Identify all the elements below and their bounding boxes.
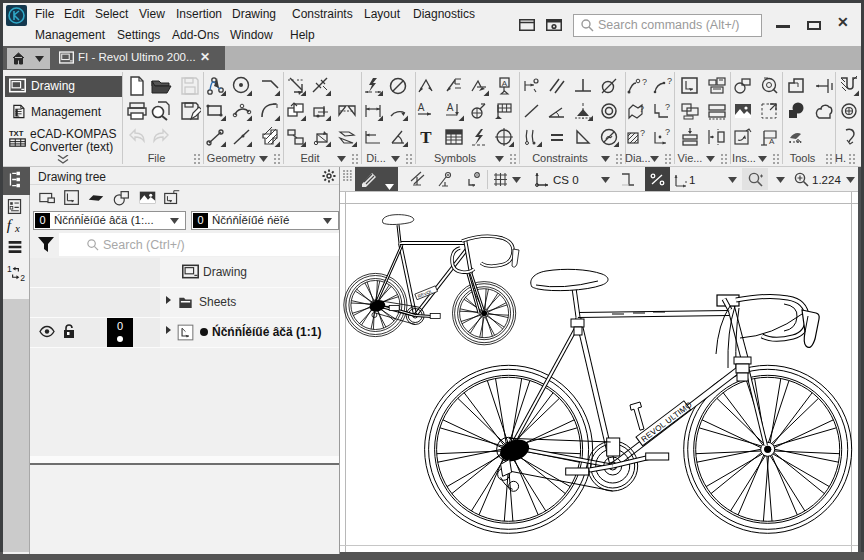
svg-text:x: x <box>14 222 20 234</box>
svg-text:?: ? <box>665 102 670 112</box>
svg-text:?: ? <box>667 76 672 86</box>
svg-text:REVOL ULTIMO: REVOL ULTIMO <box>640 400 694 444</box>
svg-text:?: ? <box>639 104 644 114</box>
svg-text:TXT: TXT <box>9 129 24 138</box>
svg-text:A: A <box>447 102 454 113</box>
svg-text:A: A <box>769 137 775 146</box>
svg-text:T: T <box>420 128 432 147</box>
svg-text:A: A <box>502 79 508 88</box>
svg-text:A: A <box>418 102 425 113</box>
svg-text:?: ? <box>665 127 670 137</box>
svg-text:?: ? <box>642 77 647 87</box>
svg-text:?: ? <box>640 128 645 138</box>
svg-text:f: f <box>7 216 14 233</box>
svg-text:2: 2 <box>20 273 25 283</box>
svg-text:1: 1 <box>7 264 12 274</box>
